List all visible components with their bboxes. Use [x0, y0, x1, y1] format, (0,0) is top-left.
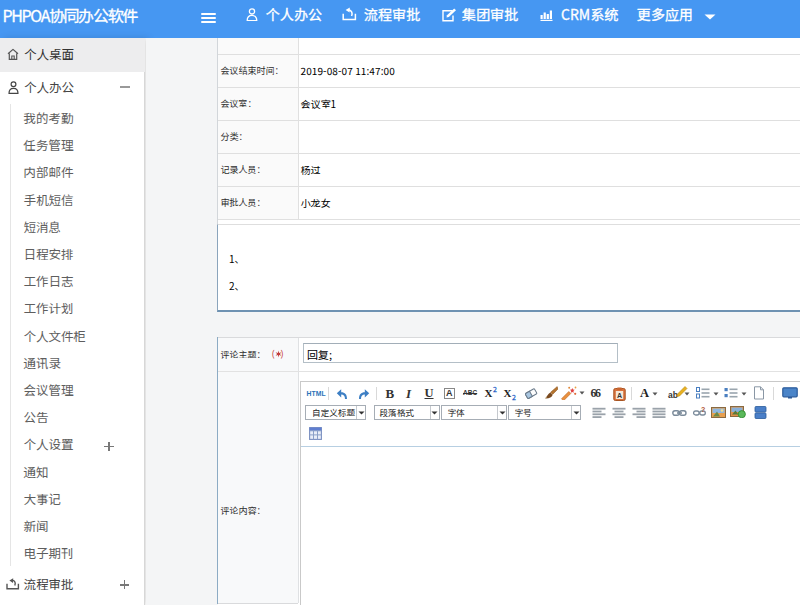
svg-text:?: ?: [701, 407, 705, 413]
svg-text:A: A: [617, 391, 622, 398]
